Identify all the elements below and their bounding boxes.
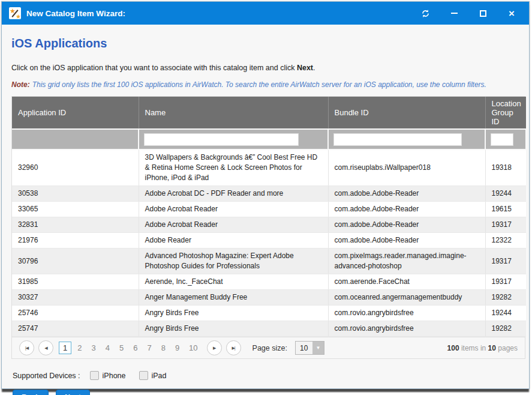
cell-application-id: 30796 [12,249,139,274]
items-mid-text: items in [459,344,488,352]
wizard-app-icon: ★ ★ [9,7,21,19]
cell-location-group-id: 19282 [485,290,526,306]
cell-location-group-id: 19317 [485,274,526,290]
cell-bundle-id: com.rovio.angrybirdsfree [328,321,485,337]
page-number-8[interactable]: 8 [158,342,169,354]
page-number-list: 12345678910 [59,342,202,354]
cell-name: Adobe Acrobat Reader [139,202,328,217]
column-header-location-group-id[interactable]: Location Group ID [485,97,526,129]
cell-bundle-id: com.adobe.Adobe-Reader [328,202,485,217]
wizard-buttons-row: Back Next [13,390,521,395]
instruction-prefix: Click on the iOS application that you wa… [11,64,297,72]
table-row[interactable]: 25747Angry Birds Freecom.rovio.angrybird… [12,321,526,337]
table-row[interactable]: 329603D Wallpapers & Backgrounds â€” Coo… [12,149,526,186]
page-size-dropdown[interactable]: 10 ▼ [295,341,324,355]
iphone-checkbox-item[interactable]: iPhone [90,371,126,380]
cell-application-id: 25747 [12,321,139,337]
cell-application-id: 30538 [12,186,139,202]
maximize-icon[interactable] [477,8,488,19]
page-number-3[interactable]: 3 [88,342,99,354]
table-row[interactable]: 30327Anger Management Buddy Freecom.ocea… [12,290,526,306]
page-number-2[interactable]: 2 [74,342,85,354]
page-number-7[interactable]: 7 [143,342,155,354]
wizard-window: ★ ★ New Catalog Item Wizard: × iOS Appli… [1,1,530,389]
location-group-id-filter-input[interactable] [491,133,513,146]
next-button[interactable]: Next [56,390,90,395]
cell-application-id: 32960 [12,149,139,186]
filter-cell-bundle-id [328,129,485,149]
table-row[interactable]: 25746Angry Birds Freecom.rovio.angrybird… [12,306,526,321]
minimize-icon[interactable] [449,8,459,19]
cell-location-group-id: 19244 [485,306,526,321]
page-number-6[interactable]: 6 [130,342,141,354]
note-body: This grid only lists the first 100 iOS a… [32,80,486,89]
table-row[interactable]: 30796Advanced Photoshop Magazine: Expert… [12,249,526,274]
cell-bundle-id: com.pixelmags.reader.managed.imagine-adv… [328,249,485,274]
page-size-value: 10 [296,342,312,354]
pages-suffix-text: pages [496,344,518,352]
cell-application-id: 33065 [12,202,139,217]
supported-devices-row: Supported Devices : iPhone iPad [13,371,521,380]
note-text: Note:This grid only lists the first 100 … [11,80,521,89]
back-button[interactable]: Back [13,390,49,395]
bundle-id-filter-input[interactable] [333,133,462,146]
page-number-4[interactable]: 4 [102,342,113,354]
table-row[interactable]: 32831Adobe Acrobat Readercom.adobe.Adobe… [12,217,526,233]
close-icon[interactable]: × [506,8,517,19]
page-number-9[interactable]: 9 [172,342,183,354]
window-controls: × [420,8,522,19]
title-bar: ★ ★ New Catalog Item Wizard: × [2,2,529,25]
instruction-next-keyword: Next [297,64,313,72]
page-number-10[interactable]: 10 [185,342,201,354]
column-header-name[interactable]: Name [139,97,328,129]
ipad-checkbox[interactable] [139,371,148,380]
last-page-button[interactable]: ▶| [226,340,241,355]
cell-application-id: 25746 [12,306,139,321]
filter-cell-application-id [12,129,139,149]
name-filter-input[interactable] [144,133,299,146]
previous-page-button[interactable]: ◀ [38,340,53,355]
refresh-icon[interactable] [420,8,431,19]
cell-bundle-id: com.oceanred.angermanagementbuddy [328,290,485,306]
cell-name: Angry Birds Free [139,321,328,337]
cell-bundle-id: com.adobe.Adobe-Reader [328,233,485,249]
iphone-checkbox[interactable] [90,371,99,380]
table-row[interactable]: 31985Aerende, Inc._FaceChatcom.aerende.F… [12,274,526,290]
applications-table: Application ID Name Bundle ID Location G… [12,97,527,337]
table-body: 329603D Wallpapers & Backgrounds â€” Coo… [12,149,526,337]
first-page-button[interactable]: |◀ [19,340,34,355]
cell-name: Advanced Photoshop Magazine: Expert Adob… [139,249,328,274]
table-row[interactable]: 33065Adobe Acrobat Readercom.adobe.Adobe… [12,202,526,217]
star-icon: ★ [16,14,21,19]
ipad-checkbox-label: iPad [152,372,167,380]
page-title: iOS Applications [11,37,521,50]
next-page-button[interactable]: ▶ [207,340,222,355]
chevron-down-icon[interactable]: ▼ [312,342,324,354]
ipad-checkbox-item[interactable]: iPad [139,371,167,380]
page-size-label: Page size: [253,344,287,352]
cell-location-group-id: 12322 [485,233,526,249]
column-header-bundle-id[interactable]: Bundle ID [328,97,485,129]
cell-application-id: 32831 [12,217,139,233]
cell-location-group-id: 19317 [485,249,526,274]
cell-application-id: 21976 [12,233,139,249]
cell-name: Angry Birds Free [139,306,328,321]
cell-application-id: 30327 [12,290,139,306]
cell-bundle-id: com.adobe.Adobe-Reader [328,186,485,202]
table-row[interactable]: 30538Adobe Acrobat DC - PDF Reader and m… [12,186,526,202]
cell-name: 3D Wallpapers & Backgrounds â€” Cool Bes… [139,149,328,186]
column-header-application-id[interactable]: Application ID [12,97,139,129]
cell-name: Adobe Acrobat DC - PDF Reader and more [139,186,328,202]
cell-bundle-id: com.rovio.angrybirdsfree [328,306,485,321]
cell-location-group-id: 19318 [485,149,526,186]
table-row[interactable]: 21976Adobe Readercom.adobe.Adobe-Reader1… [12,233,526,249]
cell-name: Anger Management Buddy Free [139,290,328,306]
page-number-5[interactable]: 5 [116,342,127,354]
cell-location-group-id: 19317 [485,217,526,233]
items-summary: 100 items in 10 pages [447,344,518,352]
cell-name: Aerende, Inc._FaceChat [139,274,328,290]
filter-row [12,129,526,149]
page-number-1[interactable]: 1 [59,342,71,354]
window-title: New Catalog Item Wizard: [26,9,125,18]
note-label: Note: [11,80,30,89]
